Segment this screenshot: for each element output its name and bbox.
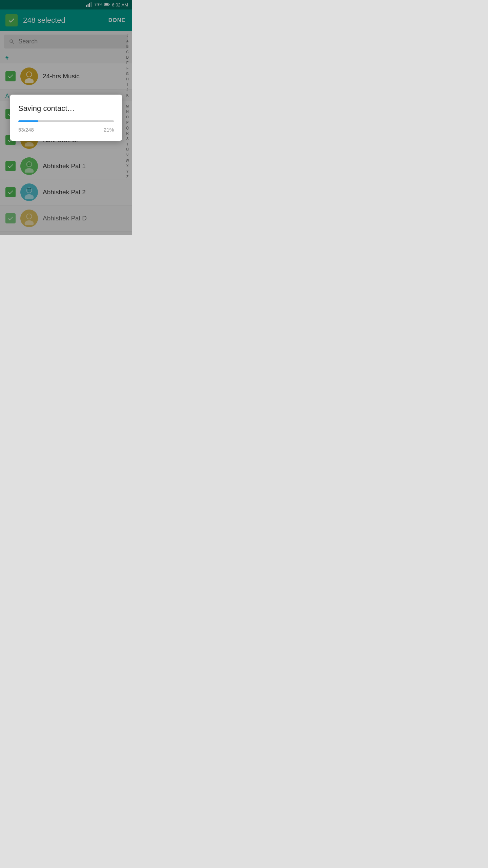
progress-track [18, 120, 114, 122]
progress-fill [18, 120, 38, 122]
dialog-title: Saving contact… [18, 104, 114, 113]
progress-labels: 53/248 21% [18, 127, 114, 133]
progress-current: 53/248 [18, 127, 34, 133]
save-contact-dialog: Saving contact… 53/248 21% [10, 95, 122, 141]
progress-percent: 21% [104, 127, 114, 133]
modal-overlay: Saving contact… 53/248 21% [0, 0, 132, 235]
